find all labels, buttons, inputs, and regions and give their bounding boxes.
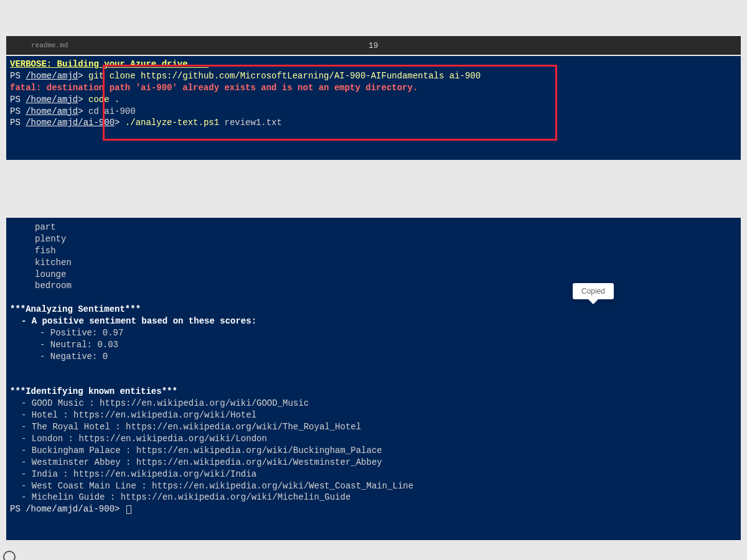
cmd-line-4: PS /home/amjd> cd ai-900 xyxy=(10,106,737,118)
entity-item: - India : https://en.wikipedia.org/wiki/… xyxy=(10,469,737,480)
editor-tab-bar: readme.md 19 xyxy=(6,36,741,55)
tab-number: 19 xyxy=(68,41,741,50)
magnifier-icon xyxy=(3,551,16,560)
entity-item: - Westminster Abbey : https://en.wikiped… xyxy=(10,457,737,469)
cmd-line-3: PS /home/amjd> code . xyxy=(10,94,737,106)
copied-tooltip: Copied xyxy=(573,283,614,299)
score-neutral: - Neutral: 0.03 xyxy=(10,339,737,351)
entity-item: - The Royal Hotel : https://en.wikipedia… xyxy=(10,421,737,433)
terminal-output-bottom[interactable]: part plenty fish kitchen lounge bedroom … xyxy=(6,218,741,540)
sentiment-summary: - A positive sentiment based on these sc… xyxy=(10,315,737,327)
keyword-output: part plenty fish kitchen lounge bedroom xyxy=(10,222,737,292)
entity-item: - London : https://en.wikipedia.org/wiki… xyxy=(10,433,737,445)
error-line: fatal: destination path 'ai-900' already… xyxy=(10,83,418,93)
prompt-line[interactable]: PS /home/amjd/ai-900> xyxy=(10,503,737,515)
entities-header: ***Identifying known entities*** xyxy=(10,386,737,398)
terminal-output-top[interactable]: VERBOSE: Building your Azure drive ... P… xyxy=(6,56,741,160)
entity-item: - Michelin Guide : https://en.wikipedia.… xyxy=(10,492,737,503)
cursor-icon xyxy=(126,505,131,514)
score-negative: - Negative: 0 xyxy=(10,351,737,363)
cmd-line-5: PS /home/amjd/ai-900> ./analyze-text.ps1… xyxy=(10,117,737,129)
score-positive: - Positive: 0.97 xyxy=(10,327,737,339)
entity-item: - Buckingham Palace : https://en.wikiped… xyxy=(10,445,737,457)
cmd-line-1: PS /home/amjd> git clone https://github.… xyxy=(10,70,737,82)
tab-filename[interactable]: readme.md xyxy=(6,42,68,49)
entity-item: - West Coast Main Line : https://en.wiki… xyxy=(10,480,737,492)
verbose-line: VERBOSE: Building your Azure drive ... xyxy=(10,59,209,69)
sentiment-header: ***Analyzing Sentiment*** xyxy=(10,304,737,315)
entity-item: - Hotel : https://en.wikipedia.org/wiki/… xyxy=(10,409,737,421)
entity-item: - GOOD Music : https://en.wikipedia.org/… xyxy=(10,398,737,409)
